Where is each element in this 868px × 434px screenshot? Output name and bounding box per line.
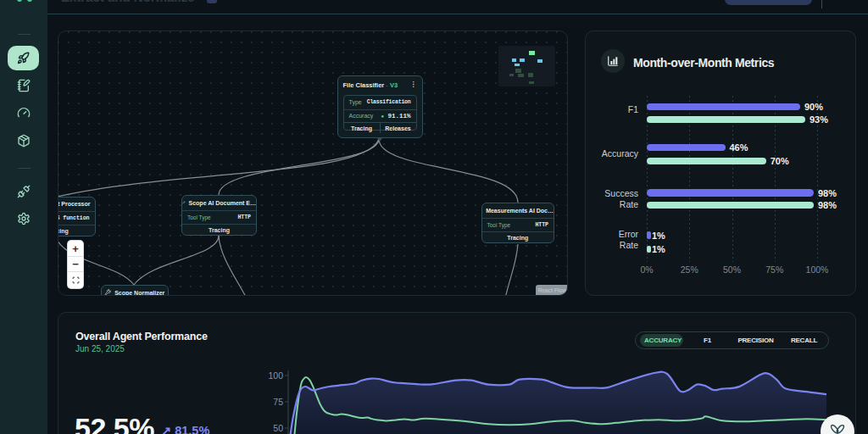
svg-text:100: 100 <box>268 370 283 381</box>
svg-text:50: 50 <box>273 423 283 433</box>
svg-text:75: 75 <box>273 397 283 407</box>
